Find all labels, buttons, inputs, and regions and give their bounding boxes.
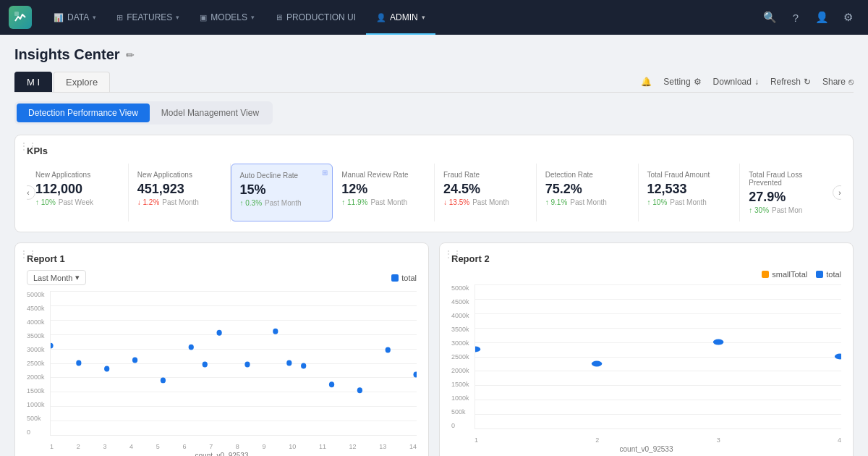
kpi-card-total-fraud-amount: Total Fraud Amount 12,533 ↑ 10% Past Mon… <box>639 164 741 221</box>
edit-title-icon[interactable]: ✏ <box>126 49 135 61</box>
share-action[interactable]: Share ⎋ <box>822 77 854 87</box>
models-icon: ▣ <box>200 13 207 22</box>
charts-row: ⋮⋮ Report 1 Last Month ▾ total 5000k 450 <box>14 242 854 456</box>
kpi-drag-handle[interactable]: ⋮⋮ <box>20 141 37 151</box>
account-button[interactable]: 👤 <box>810 6 833 29</box>
setting-action[interactable]: Setting ⚙ <box>663 77 701 87</box>
svg-point-18 <box>592 360 602 366</box>
page-title-row: Insights Center ✏ <box>14 46 854 63</box>
svg-point-11 <box>286 360 292 366</box>
tab-explore[interactable]: Explore <box>54 72 110 92</box>
legend-total-r2-dot <box>816 271 823 278</box>
kpi-card-detection-rate: Detection Rate 75.2% ↑ 9.1% Past Month <box>537 164 639 221</box>
production-icon: 🖥 <box>275 13 283 22</box>
svg-point-14 <box>357 387 362 393</box>
kpi-section-title: KPIs <box>27 145 841 156</box>
report1-y-axis: 5000k 4500k 4000k 3500k 3000k 2500k 2000… <box>27 291 50 436</box>
legend-small-total-dot <box>762 271 769 278</box>
report1-plot <box>50 291 417 436</box>
legend-total: total <box>391 274 417 282</box>
tab-mi[interactable]: M I <box>14 72 52 92</box>
dropdown-chevron-icon: ▾ <box>75 273 80 282</box>
kpi-card-fraud-loss-prevented: Total Fraud Loss Prevented 27.9% ↑ 30% P… <box>740 164 841 221</box>
report1-period-dropdown[interactable]: Last Month ▾ <box>27 270 86 285</box>
svg-point-12 <box>301 363 306 369</box>
nav-data[interactable]: 📊 DATA ▾ <box>43 0 106 35</box>
features-chevron: ▾ <box>176 14 179 21</box>
kpi-items: New Applications 112,000 ↑ 10% Past Week… <box>27 164 841 221</box>
download-icon: ↓ <box>754 77 759 87</box>
report2-plot <box>475 284 841 429</box>
report2-title: Report 2 <box>451 253 841 264</box>
nav-features[interactable]: ⊞ FEATURES ▾ <box>106 0 190 35</box>
legend-total-dot <box>391 274 399 282</box>
nav-models[interactable]: ▣ MODELS ▾ <box>190 0 265 35</box>
search-button[interactable]: 🔍 <box>758 6 781 29</box>
admin-icon: 👤 <box>376 13 386 22</box>
features-icon: ⊞ <box>116 13 123 22</box>
detection-performance-view-btn[interactable]: Detection Performance View <box>17 104 150 122</box>
report2-card: ⋮⋮ Report 2 smallTotal total 5000k <box>439 242 854 456</box>
svg-point-16 <box>413 371 417 377</box>
legend-small-total: smallTotal <box>762 270 807 279</box>
kpi-card-auto-decline: ⊞ Auto Decline Rate 15% ↑ 0.3% Past Mont… <box>231 164 333 221</box>
svg-point-15 <box>386 347 391 353</box>
kpi-row: ‹ New Applications 112,000 ↑ 10% Past We… <box>27 164 841 221</box>
page-content: Insights Center ✏ M I Explore 🔔 Setting … <box>0 35 868 456</box>
models-chevron: ▾ <box>251 14 255 21</box>
svg-point-8 <box>217 330 222 336</box>
svg-point-6 <box>189 345 194 350</box>
svg-point-7 <box>203 362 208 368</box>
help-button[interactable]: ? <box>784 6 807 29</box>
report2-x-axis: 1 2 3 4 <box>475 436 841 444</box>
report2-drag-handle[interactable]: ⋮⋮ <box>444 249 461 259</box>
svg-point-4 <box>132 358 137 363</box>
data-chevron: ▾ <box>93 14 96 21</box>
kpi-card-fraud-rate: Fraud Rate 24.5% ↓ 13.5% Past Month <box>435 164 537 221</box>
report1-drag-handle[interactable]: ⋮⋮ <box>20 249 37 259</box>
svg-point-3 <box>104 366 109 371</box>
data-icon: 📊 <box>54 13 64 22</box>
report2-x-title: count_v0_92533 <box>451 445 841 453</box>
report1-title: Report 1 <box>27 253 417 264</box>
share-icon: ⎋ <box>848 77 854 87</box>
setting-gear-icon: ⚙ <box>694 77 702 87</box>
report2-legend: smallTotal total <box>762 270 841 279</box>
svg-point-9 <box>244 362 250 368</box>
nav-production[interactable]: 🖥 PRODUCTION UI <box>265 0 366 35</box>
kpi-highlight-icon: ⊞ <box>322 169 328 177</box>
legend-total-r2: total <box>816 270 841 279</box>
admin-chevron: ▾ <box>422 14 425 21</box>
nav-admin[interactable]: 👤 ADMIN ▾ <box>366 0 435 35</box>
svg-point-13 <box>329 381 334 387</box>
svg-rect-0 <box>14 12 19 16</box>
svg-point-5 <box>161 377 166 383</box>
kpi-section: ⋮⋮ KPIs ‹ New Applications 112,000 ↑ 10%… <box>14 135 854 232</box>
report2-chart-area: 5000k 4500k 4000k 3500k 3000k 2500k 2000… <box>451 284 841 444</box>
svg-point-20 <box>835 354 841 360</box>
report2-controls: smallTotal total <box>451 270 841 279</box>
svg-point-10 <box>273 329 278 334</box>
svg-point-1 <box>51 343 54 349</box>
report2-y-axis: 5000k 4500k 4000k 3500k 3000k 2500k 2000… <box>451 284 475 429</box>
model-management-view-btn[interactable]: Model Management View <box>150 104 271 122</box>
svg-point-17 <box>475 347 480 352</box>
report1-card: ⋮⋮ Report 1 Last Month ▾ total 5000k 450 <box>14 242 429 456</box>
tabs-row: M I Explore 🔔 Setting ⚙ Download ↓ Refre… <box>14 72 854 93</box>
download-action[interactable]: Download ↓ <box>713 77 759 87</box>
refresh-action[interactable]: Refresh ↻ <box>770 77 811 87</box>
svg-point-2 <box>76 360 81 366</box>
tabs-actions: 🔔 Setting ⚙ Download ↓ Refresh ↻ Share ⎋ <box>641 77 854 87</box>
kpi-card-manual-review: Manual Review Rate 12% ↑ 11.9% Past Mont… <box>333 164 435 221</box>
report1-svg <box>51 291 417 435</box>
report1-x-title: count_v0_92533 <box>27 452 417 456</box>
bell-action[interactable]: 🔔 <box>641 77 652 87</box>
svg-point-19 <box>713 339 723 345</box>
navbar: 📊 DATA ▾ ⊞ FEATURES ▾ ▣ MODELS ▾ 🖥 PRODU… <box>0 0 868 35</box>
refresh-icon: ↻ <box>804 77 811 87</box>
settings-button[interactable]: ⚙ <box>836 6 859 29</box>
kpi-card-new-applications-month: New Applications 451,923 ↓ 1.2% Past Mon… <box>129 164 231 221</box>
nav-right-actions: 🔍 ? 👤 ⚙ <box>758 6 859 29</box>
report1-legend: total <box>391 274 417 282</box>
app-logo <box>9 6 32 29</box>
